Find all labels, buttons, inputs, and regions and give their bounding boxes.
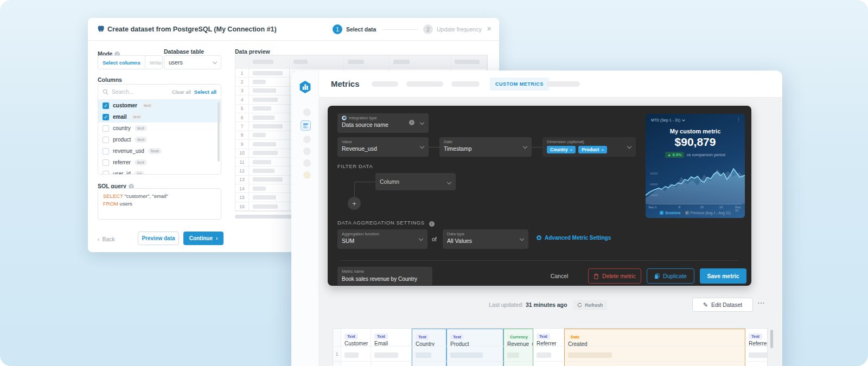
dimension-select[interactable]: Dimension (optional) Country×Product×	[542, 137, 636, 157]
save-metric-button[interactable]: Save metric	[700, 268, 746, 284]
delta-value: 8.9%	[673, 152, 682, 157]
columns-scrollbar[interactable]	[218, 102, 220, 162]
table-header-email[interactable]: TextEmail	[371, 329, 412, 346]
sidebar-item[interactable]	[303, 159, 311, 167]
select-all-link[interactable]: Select all	[194, 89, 216, 95]
wizard-step-2[interactable]: 2Update frequency	[423, 24, 482, 34]
column-name: user_id	[113, 171, 131, 175]
column-list-item[interactable]: producttext	[98, 134, 221, 145]
integration-type-select[interactable]: Integration type Data source name i	[337, 113, 429, 133]
forward-chevron-icon: ›	[216, 235, 218, 241]
period-selector[interactable]: MTD (Sep 1 - 31)	[651, 118, 685, 122]
gear-icon	[536, 235, 542, 241]
legend-item[interactable]: ✓Previous (Aug 1 - Aug 31)	[685, 211, 731, 215]
data-type-select[interactable]: Data type All Values	[443, 229, 528, 249]
preview-data-button[interactable]: Preview data	[138, 232, 179, 245]
column-name: Country	[416, 341, 443, 346]
close-icon[interactable]: ×	[487, 24, 492, 34]
column-list-item[interactable]: user_idint	[98, 168, 221, 175]
dimension-chip-product[interactable]: Product×	[578, 146, 607, 153]
sidebar-item-selected[interactable]	[301, 120, 311, 131]
column-list-item[interactable]: ✓customertext	[98, 100, 221, 111]
cell-skeleton	[253, 133, 266, 137]
legend-checkbox-icon[interactable]: ✓	[685, 211, 689, 215]
mode-option-write-sql[interactable]: Write SQL	[145, 56, 163, 69]
filter-column-select[interactable]: Column	[375, 173, 456, 190]
preview-cell: 4	[235, 95, 249, 104]
cell-skeleton	[253, 169, 275, 173]
clear-all-link[interactable]: Clear all	[172, 89, 191, 95]
nav-skeleton	[451, 81, 480, 87]
table-cell	[412, 346, 446, 361]
column-list-item[interactable]: revenue_usdfloat	[98, 145, 221, 157]
legend-checkbox-icon[interactable]: ✓	[660, 211, 663, 215]
table-header-referrer[interactable]: TextReferrer	[533, 329, 564, 346]
table-header-country[interactable]: TextCountry	[412, 329, 446, 346]
column-name: customer	[113, 102, 137, 108]
table-header-referrer[interactable]: TextReferrer	[745, 329, 768, 346]
card-menu-icon[interactable]: ⋮	[736, 117, 741, 122]
tab-custom-metrics[interactable]: CUSTOM METRICS	[490, 78, 549, 91]
checkbox-icon[interactable]	[103, 137, 109, 143]
sidebar-item-avatar[interactable]	[303, 171, 311, 179]
step-number: 1	[333, 24, 342, 34]
search-input[interactable]: Search...	[112, 89, 169, 95]
header-skeleton	[253, 60, 273, 64]
checkbox-icon[interactable]	[103, 148, 109, 155]
chip-remove-icon[interactable]: ×	[570, 147, 573, 152]
chip-remove-icon[interactable]: ×	[601, 147, 604, 152]
data-preview-hscrollbar[interactable]	[235, 215, 293, 219]
column-list-item[interactable]: ✓emailtext	[98, 111, 221, 123]
sidebar-item[interactable]	[303, 147, 311, 155]
legend-item[interactable]: ✓Sessions	[660, 211, 681, 215]
aggregation-function-label: Aggregation function	[342, 232, 379, 236]
checkbox-icon[interactable]: ✓	[103, 114, 109, 120]
checkbox-icon[interactable]	[103, 171, 109, 175]
value-value: Revenue_usd	[342, 145, 424, 152]
checkbox-icon[interactable]: ✓	[103, 102, 109, 109]
back-button[interactable]: ‹ Back	[98, 233, 115, 246]
refresh-button[interactable]: Refresh	[573, 300, 607, 310]
duplicate-button[interactable]: Duplicate	[647, 268, 694, 284]
wizard-step-1[interactable]: 1Select data	[333, 24, 376, 34]
step-label: Update frequency	[437, 26, 482, 33]
sidebar-item[interactable]	[303, 136, 311, 143]
dimension-chip-country[interactable]: Country×	[547, 146, 576, 153]
database-table-select[interactable]: users	[164, 55, 221, 69]
add-filter-button[interactable]: +	[348, 197, 361, 210]
checkbox-icon[interactable]	[103, 159, 109, 166]
table-header-product[interactable]: TextProduct	[446, 329, 503, 346]
app-header: Metrics CUSTOM METRICS	[319, 70, 782, 98]
step-label: Select data	[346, 26, 376, 33]
metric-name-input[interactable]	[337, 267, 432, 285]
sidebar-item[interactable]	[303, 108, 311, 116]
preview-cell: 8	[235, 131, 249, 139]
continue-button[interactable]: Continue ›	[183, 232, 224, 245]
column-type-badge: Date	[568, 334, 582, 340]
preview-cell	[249, 149, 290, 157]
sql-query-editor[interactable]: SELECT "customer", "email"FROM users	[98, 188, 221, 220]
cancel-button[interactable]: Cancel	[544, 268, 575, 284]
checkbox-icon[interactable]	[103, 125, 109, 132]
table-vscrollbar[interactable]	[770, 330, 773, 366]
filter-connector	[354, 182, 355, 198]
table-header-customer[interactable]: TextCustomer	[341, 329, 371, 346]
table-cell	[371, 362, 412, 366]
delete-metric-button[interactable]: Delete metric	[588, 268, 641, 284]
edit-dataset-button[interactable]: ✎ Edit Dataset	[692, 298, 753, 312]
table-cell	[503, 346, 533, 361]
table-header-revenue_usd[interactable]: CurrencyRevenue_usd	[503, 329, 533, 346]
column-type-badge: Currency	[507, 334, 531, 340]
table-corner-cell	[333, 329, 341, 346]
aggregation-function-select[interactable]: Aggregation function SUM	[337, 229, 427, 249]
more-options-icon[interactable]: ⋯	[757, 298, 765, 307]
advanced-metric-settings-link[interactable]: Advanced Metric Settings	[536, 235, 611, 241]
date-select[interactable]: Date Timestamp	[439, 137, 532, 157]
table-header-created[interactable]: DateCreated	[564, 329, 745, 346]
column-list-item[interactable]: referrertext	[98, 157, 221, 168]
column-list-item[interactable]: countrytext	[98, 123, 221, 134]
value-select[interactable]: Value Revenue_usd	[337, 137, 429, 157]
mode-option-select-columns[interactable]: Select columns	[98, 56, 145, 69]
app-logo-icon[interactable]	[298, 80, 312, 94]
app-canvas: Create dataset from PostgreSQL (My Conne…	[0, 0, 868, 366]
